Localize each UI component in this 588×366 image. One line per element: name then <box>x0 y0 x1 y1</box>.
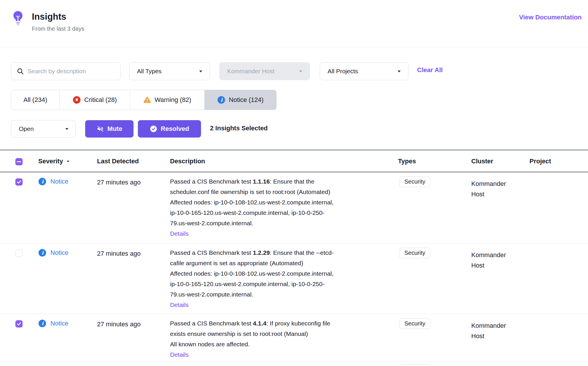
info-circle-icon: i <box>38 319 46 327</box>
column-header-cluster: Cluster <box>471 158 493 165</box>
view-documentation-link[interactable]: View Documentation <box>519 14 582 21</box>
table-row: i Notice 27 minutes ago Passed a CIS Ben… <box>0 172 588 244</box>
mute-button-label: Mute <box>107 125 122 133</box>
details-link[interactable]: Details <box>170 228 189 239</box>
severity-link[interactable]: Notice <box>50 320 68 327</box>
info-circle-icon: i <box>38 249 46 257</box>
chevron-down-icon <box>198 68 204 74</box>
search-icon <box>17 67 24 75</box>
chevron-down-icon <box>396 68 402 74</box>
tab-critical-label: Critical (28) <box>84 96 117 104</box>
resolved-button-label: Resolved <box>161 125 189 133</box>
row-checkbox[interactable] <box>15 178 23 186</box>
tab-critical[interactable]: Critical (28) <box>60 90 130 110</box>
projects-filter-dropdown[interactable]: All Projects <box>320 62 408 80</box>
check-icon <box>15 320 23 327</box>
last-detected-cell: 27 minutes ago <box>97 250 140 257</box>
last-detected-cell: 27 minutes ago <box>97 179 140 186</box>
chevron-down-icon <box>64 126 70 132</box>
types-filter-dropdown[interactable]: All Types <box>129 62 210 80</box>
chevron-down-icon <box>297 68 304 74</box>
description-cell: Passed a CIS Benchmark test 1.1.16: Ensu… <box>170 176 397 239</box>
cluster-cell: Kommander Host <box>471 179 506 200</box>
tab-notice[interactable]: i Notice (124) <box>204 90 276 110</box>
tab-warning-label: Warning (82) <box>155 96 191 104</box>
tab-notice-label: Notice (124) <box>229 96 264 104</box>
info-circle-icon: i <box>217 96 225 104</box>
select-all-checkbox[interactable] <box>15 158 23 165</box>
warning-triangle-icon <box>143 96 151 104</box>
lightbulb-icon <box>12 10 24 27</box>
clear-all-button[interactable]: Clear All <box>417 66 443 74</box>
last-detected-cell: 27 minutes ago <box>97 321 140 328</box>
affected-nodes-text: Affected nodes: ip-10-0-108-102.us-west-… <box>170 197 397 228</box>
severity-link[interactable]: Notice <box>50 178 68 185</box>
partial-next-row-type-tag <box>399 364 430 366</box>
type-tag-security: Security <box>399 318 430 329</box>
column-header-types: Types <box>398 158 416 165</box>
severity-tabs: All (234) Critical (28) Warning (82) i N… <box>11 90 277 110</box>
cluster-cell: Kommander Host <box>471 321 506 341</box>
column-header-last-detected[interactable]: Last Detected <box>97 158 139 165</box>
tab-all-label: All (234) <box>23 96 47 104</box>
table-row: i Notice 27 minutes ago Passed a CIS Ben… <box>0 314 588 361</box>
tab-all[interactable]: All (234) <box>11 90 60 110</box>
insights-page: Insights From the last 3 days View Docum… <box>0 0 588 366</box>
resolved-button[interactable]: Resolved <box>138 120 201 138</box>
cluster-cell: Kommander Host <box>471 250 506 271</box>
details-link[interactable]: Details <box>170 300 189 310</box>
check-circle-icon <box>150 125 157 133</box>
search-input[interactable] <box>28 68 115 75</box>
page-title: Insights <box>32 12 66 22</box>
table-row: i Notice 27 minutes ago Passed a CIS Ben… <box>0 244 588 314</box>
sort-descending-icon <box>65 159 71 164</box>
column-header-project: Project <box>529 158 551 165</box>
type-tag-security: Security <box>399 248 430 258</box>
check-icon <box>15 178 23 186</box>
selection-count-text: 2 Insights Selected <box>210 125 268 132</box>
page-subtitle: From the last 3 days <box>32 25 84 32</box>
mute-button[interactable]: Mute <box>85 120 134 138</box>
affected-nodes-text: All known nodes are affected. <box>170 339 397 349</box>
severity-link[interactable]: Notice <box>50 249 68 257</box>
column-header-description: Description <box>170 158 205 165</box>
row-checkbox[interactable] <box>15 250 23 257</box>
status-filter-dropdown[interactable]: Open <box>11 120 76 138</box>
type-tag-security: Security <box>399 176 430 187</box>
cluster-filter-dropdown: Kommander Host <box>219 62 310 80</box>
mute-icon <box>96 125 104 133</box>
tab-warning[interactable]: Warning (82) <box>130 90 204 110</box>
types-filter-value: All Types <box>137 68 162 75</box>
column-header-severity[interactable]: Severity <box>38 158 71 165</box>
status-filter-value: Open <box>19 125 34 132</box>
info-circle-icon: i <box>38 177 46 186</box>
description-cell: Passed a CIS Benchmark test 1.2.29: Ensu… <box>170 248 397 310</box>
description-cell: Passed a CIS Benchmark test 4.1.4: If pr… <box>170 318 397 360</box>
cluster-filter-value: Kommander Host <box>227 68 274 75</box>
indeterminate-icon <box>15 158 23 165</box>
search-box[interactable] <box>11 62 120 80</box>
critical-flame-icon <box>73 96 81 104</box>
affected-nodes-text: Affected nodes: ip-10-0-108-102.us-west-… <box>170 268 397 300</box>
details-link[interactable]: Details <box>170 349 189 360</box>
page-header: Insights From the last 3 days View Docum… <box>0 0 588 47</box>
table-header: Severity Last Detected Description Types… <box>0 150 588 172</box>
row-checkbox[interactable] <box>15 320 23 327</box>
projects-filter-value: All Projects <box>328 68 358 75</box>
